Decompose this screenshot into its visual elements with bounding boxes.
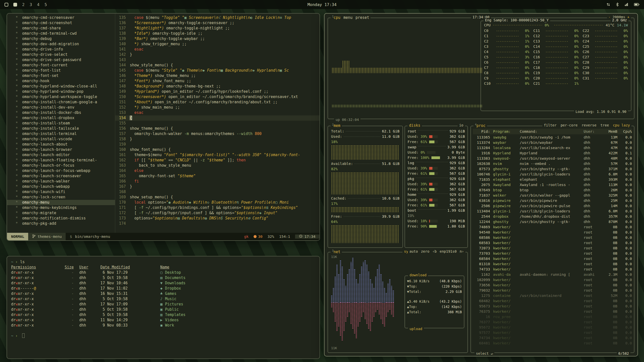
file-item[interactable]: *omarchy-launch-floating-terminal- (7, 158, 115, 163)
proc-row[interactable]: 74869kworker/root0B0.0 (473, 224, 632, 230)
next-iface-button[interactable]: n› (460, 249, 464, 253)
interval-decrease-button[interactable]: - (609, 15, 611, 19)
file-item[interactable]: *omarchy-font-list (7, 68, 115, 73)
code-line[interactable]: 173 options="$options\n▤ Defaults\n◍ DNS… (115, 216, 319, 221)
file-item[interactable]: *omarchy-font-set (7, 73, 115, 78)
file-item[interactable]: *omarchy-launch-screensaver (7, 173, 115, 179)
file-item[interactable]: *omarchy-install-steam (7, 121, 115, 126)
proc-row[interactable]: 106746glycin-i/usr/lib/glycin-loadersdhh… (473, 172, 632, 177)
file-item[interactable]: *omarchy-hyprland-window-pop (7, 89, 115, 94)
code-line[interactable]: 138 *Idle*) omarchy-toggle-idle ;; (115, 31, 319, 36)
file-item[interactable]: *omarchy-hyprland-workspace-toggle (7, 94, 115, 100)
dir-name[interactable]: ♪Music (160, 296, 315, 302)
file-item[interactable]: *omarchy-launch-or-focus-webapp (7, 168, 115, 173)
file-item[interactable]: *omarchy-hook (7, 78, 115, 84)
proc-row[interactable]: 1275containe/usr/bin/containerdroot52M0.… (473, 293, 632, 298)
workspace-5[interactable]: 5 (45, 2, 47, 7)
code-line[interactable]: 148 *Background*) omarchy-theme-bg-next … (115, 84, 319, 89)
code-line[interactable]: 161 theme=$(menu "Font" "$(omarchy-font-… (115, 152, 319, 158)
header-cpu[interactable]: Cpu% (617, 129, 632, 134)
workspace-4[interactable]: 4 (37, 2, 39, 7)
code-line[interactable]: 154} (115, 115, 319, 121)
interface-name[interactable]: enp191s0 (440, 249, 457, 253)
header-pid[interactable]: Pid: (473, 129, 493, 134)
code-line[interactable]: 153 esac (115, 110, 319, 115)
code-line[interactable]: 160show_font_menu() { (115, 147, 319, 152)
code-line[interactable]: 139 *Bar*) omarchy-toggle-waybar ;; (115, 36, 319, 41)
file-item[interactable]: *omarchy-pkg-add (7, 221, 115, 226)
file-item[interactable]: *omarchy-font-current (7, 63, 115, 68)
proc-row[interactable]: 87649btopbtopdhh26M0.0 (473, 188, 632, 193)
dir-name[interactable]: ♣Games (160, 291, 315, 296)
file-item[interactable]: *omarchy-launch-or-focus (7, 163, 115, 168)
proc-row[interactable]: 113365swaybg/usr/bin/swaybg -i /homdhh13… (473, 135, 632, 140)
code-line[interactable]: 155 (115, 121, 319, 126)
code-line[interactable]: 149 *Hyprland*) open_in_editor ~/.config… (115, 89, 319, 94)
file-item[interactable]: *omarchy-drive-set-password (7, 57, 115, 63)
dir-name[interactable]: ▶Videos (160, 318, 315, 323)
file-item[interactable]: *omarchy-launch-editor (7, 152, 115, 158)
reverse-button[interactable]: reverse (582, 123, 596, 127)
code-line[interactable]: 162 if [[ "$theme" == "CNCLD" || -z "$th… (115, 158, 319, 163)
file-item[interactable]: *omarchy-cmd-terminal-cwd (7, 31, 115, 36)
proc-row[interactable]: 97577kworker/root0B0.0 (473, 330, 632, 335)
proc-row[interactable]: 113404glycin-i/usr/lib/glycin-loadersdhh… (473, 209, 632, 214)
file-item[interactable]: *omarchy-install-docker-dbs (7, 110, 115, 115)
auto-button[interactable]: auto (409, 249, 418, 253)
file-item[interactable]: *omarchy-launch-wifi (7, 189, 115, 195)
proc-row[interactable]: 68481kworker/root0B0.0 (473, 341, 632, 346)
file-item[interactable]: *omarchy-install-dropbox (7, 115, 115, 121)
file-item[interactable]: *omarchy-notification-dismiss (7, 216, 115, 221)
dir-name[interactable]: ▦Pictures (160, 302, 315, 307)
proc-row[interactable]: 63816pipewire/usr/bin/pipewiredhh25M0.0 (473, 198, 632, 203)
dir-name[interactable]: ▼Downloads (160, 281, 315, 286)
battery-icon[interactable] (634, 3, 639, 6)
code-line[interactable]: 141 esac (115, 47, 319, 52)
file-item[interactable]: *omarchy-hyprland-window-close-all (7, 84, 115, 89)
proc-row[interactable]: 71835elephantelephantdhh393M0.0 (473, 177, 632, 182)
sort-column-selector[interactable]: cpu lazy (613, 123, 630, 127)
preset-button[interactable]: preset (355, 15, 369, 20)
code-line[interactable]: 167} (115, 184, 319, 189)
file-item[interactable]: *omarchy-drive-select (7, 52, 115, 57)
proc-row[interactable]: 102638nvimnvim --embed .dhh57M0.0 (473, 161, 632, 166)
proc-row[interactable]: 102099kworker/root0B0.0 (473, 277, 632, 283)
proc-row[interactable]: 72073kworker/root0B0.0 (473, 246, 632, 251)
code-line[interactable]: 137 *Nightlight*) omarchy-toggle-nightli… (115, 26, 319, 31)
filter-button[interactable]: filter (544, 123, 557, 127)
proc-row[interactable]: 74734kworker/root0B0.0 (473, 335, 632, 341)
code-line[interactable]: 159 (115, 142, 319, 147)
code-line[interactable]: 157 omarchy-launch-walker -m menus:omarc… (115, 131, 319, 137)
file-item[interactable]: *omarchy-menu-keybindings (7, 205, 115, 210)
proc-row[interactable]: 2506pipewire/usr/bin/pipewire-pulsedhh14… (473, 203, 632, 209)
header-memb[interactable]: MemB (601, 129, 617, 134)
file-item[interactable]: *omarchy-drive-info (7, 47, 115, 52)
code-line[interactable]: 150 *Screensaver*) open_in_editor ~/.con… (115, 94, 319, 100)
code-line[interactable]: 164 else (115, 168, 319, 173)
file-item[interactable]: *omarchy-cmd-screenshot (7, 20, 115, 26)
proc-row[interactable]: 68583kworker/root0B0.0 (473, 240, 632, 246)
header-program[interactable]: Program: (493, 129, 520, 134)
proc-row[interactable]: 71837walker/usr/bin/walker --gappldhh325… (473, 193, 632, 198)
code-line[interactable]: 135 case $(menu "Toggle" "▣ Screensaver\… (115, 15, 319, 20)
proc-row[interactable]: 2544dropbox/home/dhh/.dropbox-distdhh357… (473, 214, 632, 219)
dir-name[interactable]: ◆Dropbox (160, 286, 315, 291)
file-tree[interactable]: *omarchy-cmd-screensaver*omarchy-cmd-scr… (7, 14, 115, 233)
per-core-button[interactable]: per-core (560, 123, 577, 127)
code-line[interactable]: 156show_theme_menu() { (115, 126, 319, 131)
code-line[interactable]: 151 *About*) open_in_editor ~/.config/om… (115, 100, 319, 105)
proc-row[interactable]: 68586kworker/root0B0.0 (473, 235, 632, 240)
file-item[interactable]: *omarchy-lock-screen (7, 195, 115, 200)
network-arrows-icon[interactable] (606, 3, 610, 7)
zero-button[interactable]: zero (421, 249, 429, 253)
code-line[interactable]: 166 fi (115, 179, 319, 184)
file-item[interactable]: *omarchy-install-terminal (7, 131, 115, 137)
file-item[interactable]: *omarchy-install-vscode (7, 137, 115, 142)
code-pane[interactable]: 135 case $(menu "Toggle" "▣ Screensaver\… (115, 14, 319, 233)
code-line[interactable]: 165 omarchy-font-set "$theme" (115, 173, 319, 179)
dir-name[interactable]: ▣Public (160, 307, 315, 312)
file-item[interactable]: *omarchy-menu (7, 200, 115, 205)
dir-name[interactable]: ▤Documents (160, 275, 315, 281)
proc-row[interactable]: 94540kworker/root0B0.0 (473, 230, 632, 235)
terminal-window[interactable]: ~ › ls Permissions Size User Date Modifi… (7, 256, 320, 359)
